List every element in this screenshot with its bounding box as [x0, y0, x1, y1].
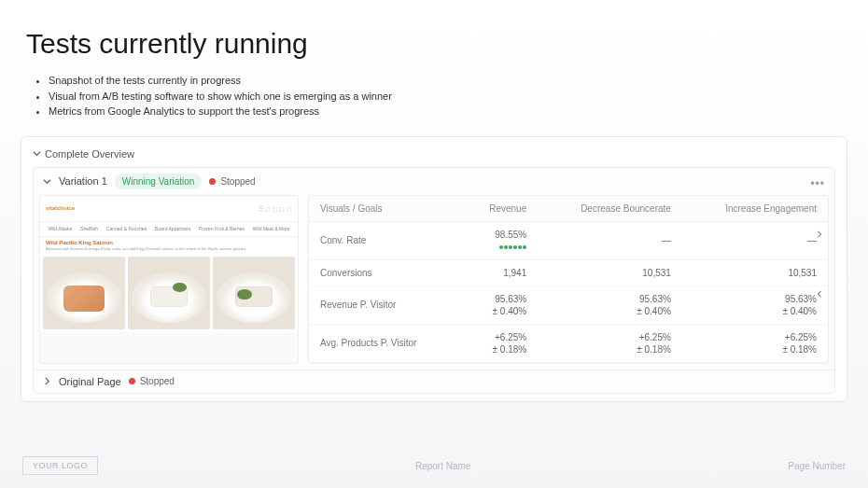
- winning-badge: Winning Variation: [115, 174, 203, 189]
- table-row: Conv. Rate 98.55% — —: [309, 221, 828, 259]
- cell: 98.55%: [461, 221, 538, 259]
- col-header: Revenue: [461, 196, 538, 222]
- original-page-header[interactable]: Original Page Stopped: [34, 369, 834, 393]
- bullet-item: Snapshot of the tests currently in progr…: [49, 73, 868, 89]
- scroll-right-icon[interactable]: [815, 226, 824, 243]
- chevron-right-icon: [43, 377, 51, 385]
- row-label: Conv. Rate: [309, 221, 461, 259]
- cell: —: [538, 221, 682, 259]
- metrics-table: Visuals / Goals Revenue Decrease Bouncer…: [309, 196, 828, 363]
- status-dot-icon: [209, 178, 216, 185]
- bullet-item: Visual from A/B testing software to show…: [49, 89, 868, 105]
- cell: +6.25% ± 0.18%: [538, 324, 682, 362]
- table-header-row: Visuals / Goals Revenue Decrease Bouncer…: [309, 196, 828, 222]
- cell: 10,531: [538, 259, 682, 286]
- preview-images: [40, 254, 298, 332]
- col-header: Increase Engagement: [682, 196, 828, 222]
- table-row: Revenue P. Visitor 95.63% ± 0.40% 95.63%…: [309, 286, 828, 324]
- confidence-dots-icon: [499, 245, 526, 249]
- preview-nav: Wild AlaskaShellfishCanned & PouchedBoar…: [40, 222, 298, 237]
- complete-overview-toggle[interactable]: Complete Overview: [33, 146, 835, 167]
- page-title: Tests currently running: [0, 0, 868, 60]
- status-dot-icon: [129, 378, 135, 384]
- original-status: Stopped: [129, 376, 175, 386]
- cell: +6.25% ± 0.18%: [461, 324, 538, 362]
- overview-panel: Complete Overview Variation 1 Winning Va…: [21, 136, 847, 402]
- logo-placeholder: YOUR LOGO: [22, 456, 98, 475]
- original-name: Original Page: [59, 376, 121, 387]
- cell: 1,941: [461, 259, 538, 286]
- variation-status: Stopped: [209, 176, 255, 187]
- chevron-down-icon: [33, 149, 41, 158]
- col-header: Decrease Bouncerate: [538, 196, 682, 222]
- col-header: Visuals / Goals: [309, 196, 461, 222]
- cell: 95.63% ± 0.40%: [538, 286, 682, 324]
- cell: 10,531: [682, 259, 828, 286]
- variation-name: Variation 1: [59, 175, 107, 187]
- cell: —: [682, 221, 828, 259]
- preview-header: vitalchoice ☰ ▢ ▢ ▢ ▢: [40, 196, 298, 222]
- table-row: Conversions 1,941 10,531 10,531: [309, 259, 828, 286]
- table-row: Avg. Products P. Visitor +6.25% ± 0.18% …: [309, 324, 828, 362]
- chevron-down-icon: [43, 177, 51, 186]
- description-bullets: Snapshot of the tests currently in progr…: [0, 60, 868, 119]
- metrics-table-wrap: Visuals / Goals Revenue Decrease Bouncer…: [308, 195, 829, 364]
- scroll-left-icon[interactable]: [815, 286, 824, 302]
- row-label: Avg. Products P. Visitor: [309, 324, 461, 362]
- cell: 95.63% ± 0.40%: [682, 286, 828, 324]
- variation-preview: vitalchoice ☰ ▢ ▢ ▢ ▢ Wild AlaskaShellfi…: [39, 195, 299, 364]
- row-label: Revenue P. Visitor: [309, 286, 461, 324]
- preview-banner: Wild Pacific King Salmon Abundant with f…: [40, 237, 298, 254]
- cell: +6.25% ± 0.18%: [682, 324, 828, 362]
- row-label: Conversions: [309, 259, 461, 286]
- footer-report-name: Report Name: [415, 461, 470, 471]
- variation-header[interactable]: Variation 1 Winning Variation Stopped ••…: [34, 168, 834, 195]
- page-footer: YOUR LOGO Report Name Page Number: [0, 456, 868, 475]
- bullet-item: Metrics from Google Analytics to support…: [49, 104, 868, 119]
- more-icon[interactable]: •••: [810, 177, 825, 190]
- overview-label: Complete Overview: [45, 148, 134, 160]
- cell: 95.63% ± 0.40%: [461, 286, 538, 324]
- footer-page-number: Page Number: [788, 461, 846, 471]
- variation-card: Variation 1 Winning Variation Stopped ••…: [33, 167, 835, 394]
